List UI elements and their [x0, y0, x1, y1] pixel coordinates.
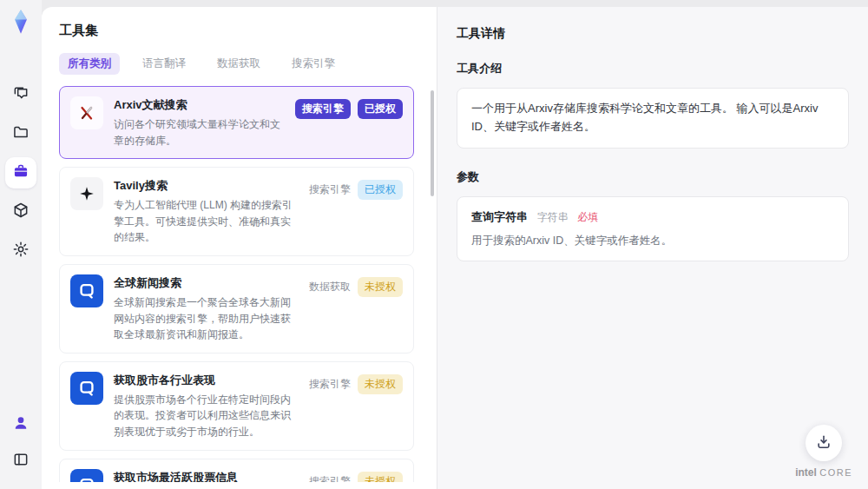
tool-detail-panel: 工具详情 工具介绍 一个用于从Arxiv存储库搜索科学论文和文章的工具。 输入可… [437, 7, 868, 489]
tool-name: Tavily搜索 [114, 178, 300, 194]
params-heading: 参数 [457, 169, 849, 185]
user-icon [12, 414, 30, 434]
tavily-star-icon [70, 177, 103, 210]
cube-icon [12, 202, 30, 221]
news-bubble-icon [70, 274, 103, 307]
tab-translate[interactable]: 语言翻译 [134, 53, 194, 75]
tool-card[interactable]: Arxiv文献搜索 访问各个研究领域大量科学论文和文章的存储库。 搜索引擎已授权 [59, 86, 414, 159]
category-label: 搜索引擎 [309, 182, 351, 197]
tab-all[interactable]: 所有类别 [59, 53, 120, 75]
tools-list-panel: 工具集 所有类别语言翻译数据获取搜索引擎 Arxiv文献搜索 访问各个研究领域大… [42, 7, 437, 489]
download-button[interactable] [806, 425, 842, 461]
category-badge: 搜索引擎 [295, 99, 351, 119]
tool-card[interactable]: 获取市场最活跃股票信息 提供当天交易量最高的股票列表，投资者可以利用这些信息来识… [59, 459, 414, 482]
status-badge: 未授权 [358, 472, 403, 482]
news-bubble-icon [70, 372, 103, 405]
sidebar-nav [5, 75, 36, 270]
tool-badges: 搜索引擎未授权 [309, 469, 403, 482]
tool-description: 全球新闻搜索是一个聚合全球各大新闻网站内容的搜索引擎，帮助用户快速获取全球最新资… [114, 294, 300, 343]
status-badge: 已授权 [358, 180, 403, 200]
sidebar-item-settings[interactable] [5, 235, 36, 267]
tool-name: 全球新闻搜索 [114, 275, 300, 291]
status-badge: 未授权 [358, 374, 403, 394]
user-avatar-button[interactable] [5, 408, 36, 439]
status-badge: 已授权 [358, 99, 403, 119]
tool-badges: 搜索引擎未授权 [309, 372, 403, 394]
collapse-sidebar-button[interactable] [5, 445, 36, 476]
category-tabs: 所有类别语言翻译数据获取搜索引擎 [59, 53, 419, 75]
sidebar-item-packages[interactable] [5, 196, 36, 228]
category-label: 数据获取 [309, 280, 351, 294]
intro-text: 一个用于从Arxiv存储库搜索科学论文和文章的工具。 输入可以是Arxiv ID… [457, 88, 849, 149]
tab-search[interactable]: 搜索引擎 [283, 53, 344, 75]
parameter-card: 查询字符串 字符串 必填 用于搜索的Arxiv ID、关键字或作者姓名。 [457, 196, 849, 262]
page-title: 工具集 [59, 23, 419, 39]
tool-description: 专为人工智能代理 (LLM) 构建的搜索引擎工具。可快速提供实时、准确和真实的结… [114, 197, 300, 246]
param-description: 用于搜索的Arxiv ID、关键字或作者姓名。 [471, 232, 834, 249]
tool-card[interactable]: Tavily搜索 专为人工智能代理 (LLM) 构建的搜索引擎工具。可快速提供实… [59, 167, 414, 256]
sidebar-bottom [5, 406, 36, 479]
category-label: 搜索引擎 [309, 377, 351, 392]
download-icon [815, 433, 832, 453]
chat-icon [12, 84, 30, 104]
detail-title: 工具详情 [457, 26, 849, 42]
app-root: 工具集 所有类别语言翻译数据获取搜索引擎 Arxiv文献搜索 访问各个研究领域大… [0, 0, 868, 489]
param-name: 查询字符串 [471, 210, 528, 223]
tool-badges: 数据获取未授权 [309, 274, 403, 297]
main-content: 工具集 所有类别语言翻译数据获取搜索引擎 Arxiv文献搜索 访问各个研究领域大… [42, 0, 868, 489]
param-required-flag: 必填 [577, 211, 598, 223]
tool-card[interactable]: 获取股市各行业表现 提供股票市场各个行业在特定时间段内的表现。投资者可以利用这些… [59, 361, 414, 451]
tool-description: 访问各个研究领域大量科学论文和文章的存储库。 [114, 116, 286, 149]
tool-name: 获取市场最活跃股票信息 [114, 470, 300, 482]
tool-list: Arxiv文献搜索 访问各个研究领域大量科学论文和文章的存储库。 搜索引擎已授权… [42, 86, 437, 482]
tool-badges: 搜索引擎已授权 [295, 96, 403, 119]
sidebar-item-files[interactable] [5, 118, 36, 149]
gear-icon [12, 241, 30, 261]
app-logo-diamond-icon[interactable] [8, 9, 34, 35]
param-type: 字符串 [537, 211, 569, 223]
intro-heading: 工具介绍 [457, 61, 849, 76]
briefcase-icon [12, 162, 30, 182]
tab-data[interactable]: 数据获取 [208, 53, 269, 75]
tool-card[interactable]: 全球新闻搜索 全球新闻搜索是一个聚合全球各大新闻网站内容的搜索引擎，帮助用户快速… [59, 264, 414, 354]
sidebar-item-tools[interactable] [5, 157, 36, 188]
panel-left-icon [12, 451, 30, 471]
sidebar [0, 0, 42, 489]
sidebar-item-chat[interactable] [5, 79, 36, 110]
scrollbar-thumb[interactable] [431, 90, 434, 196]
news-bubble-icon [70, 469, 103, 482]
tool-badges: 搜索引擎已授权 [309, 177, 403, 200]
folder-icon [12, 123, 30, 143]
intel-core-logo: intel CORE [795, 466, 852, 479]
category-label: 搜索引擎 [309, 474, 351, 482]
arxiv-icon [70, 96, 103, 129]
tool-name: 获取股市各行业表现 [114, 373, 300, 388]
status-badge: 未授权 [358, 277, 403, 297]
tool-description: 提供股票市场各个行业在特定时间段内的表现。投资者可以利用这些信息来识别表现优于或… [114, 392, 300, 440]
tool-name: Arxiv文献搜索 [114, 97, 286, 113]
